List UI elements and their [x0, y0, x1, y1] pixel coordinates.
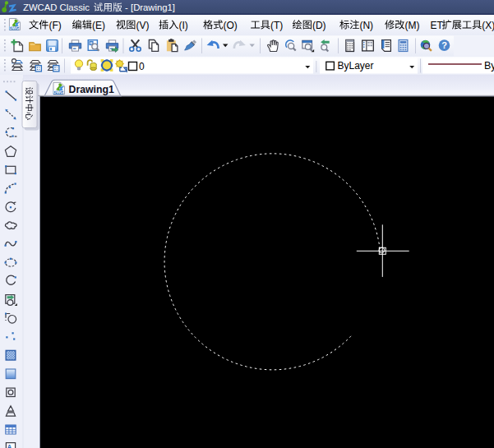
svg-text:(F): (F) — [48, 20, 61, 31]
svg-text:ET: ET — [431, 20, 444, 31]
svg-text:- [Drawing1]: - [Drawing1] — [125, 2, 175, 12]
svg-text:?: ? — [441, 40, 447, 50]
svg-text:(N): (N) — [359, 20, 373, 31]
svg-text:DWG: DWG — [53, 90, 64, 95]
svg-text:ZWCAD Classic: ZWCAD Classic — [23, 2, 90, 12]
svg-text:ByLayer: ByLayer — [338, 60, 374, 72]
svg-text:(I): (I) — [178, 20, 187, 31]
svg-text:(X): (X) — [482, 20, 494, 31]
svg-text:(T): (T) — [270, 20, 283, 31]
svg-text:0: 0 — [139, 61, 145, 72]
svg-text:(O): (O) — [223, 20, 237, 31]
svg-text:(D): (D) — [312, 20, 326, 31]
svg-text:A: A — [7, 443, 12, 448]
svg-text:(V): (V) — [136, 20, 149, 31]
svg-text:(E): (E) — [92, 20, 105, 31]
svg-text:By: By — [484, 60, 494, 72]
svg-text:DWG: DWG — [9, 25, 19, 30]
svg-text:(M): (M) — [404, 20, 419, 31]
svg-text:Drawing1: Drawing1 — [69, 84, 115, 95]
